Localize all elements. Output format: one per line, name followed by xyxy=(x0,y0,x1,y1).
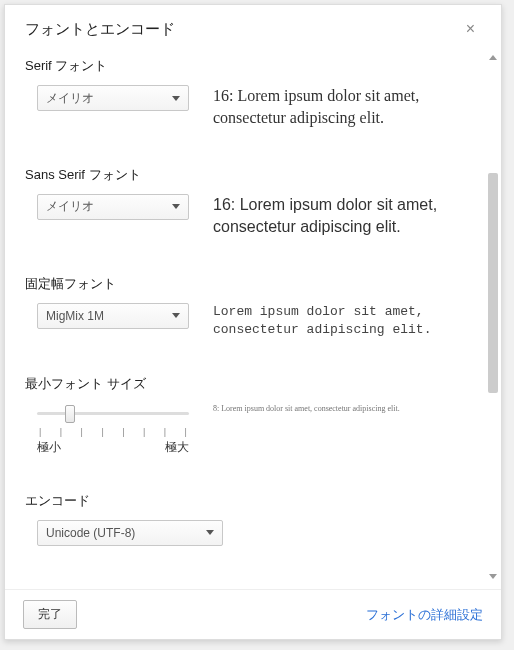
encoding-select[interactable]: Unicode (UTF-8) xyxy=(37,520,223,546)
min-font-size-section: 最小フォント サイズ |||||||| 極小 xyxy=(25,375,481,456)
sans-serif-section: Sans Serif フォント メイリオ 16: Lorem ipsum dol… xyxy=(25,166,481,239)
scrollbar-thumb[interactable] xyxy=(488,173,498,393)
scroll-down-icon[interactable] xyxy=(489,574,497,579)
min-font-size-slider[interactable] xyxy=(37,403,189,425)
slider-ticks: |||||||| xyxy=(37,427,189,437)
min-font-size-label: 最小フォント サイズ xyxy=(25,375,481,393)
chevron-down-icon xyxy=(172,204,180,209)
slider-rail xyxy=(37,412,189,415)
slider-thumb[interactable] xyxy=(65,405,75,423)
done-button[interactable]: 完了 xyxy=(23,600,77,629)
fonts-encoding-dialog: フォントとエンコード × Serif フォント メイリオ 16: Lorem i… xyxy=(4,4,502,640)
dialog-footer: 完了 フォントの詳細設定 xyxy=(5,589,501,639)
sans-serif-preview: 16: Lorem ipsum dolor sit amet, consecte… xyxy=(213,194,481,239)
monospace-font-select[interactable]: MigMix 1M xyxy=(37,303,189,329)
serif-label: Serif フォント xyxy=(25,57,481,75)
sans-serif-label: Sans Serif フォント xyxy=(25,166,481,184)
advanced-font-settings-link[interactable]: フォントの詳細設定 xyxy=(366,606,483,624)
encoding-section: エンコード Unicode (UTF-8) xyxy=(25,492,481,546)
min-font-size-preview: 8: Lorem ipsum dolor sit amet, consectet… xyxy=(213,403,481,414)
sans-serif-font-select[interactable]: メイリオ xyxy=(37,194,189,220)
serif-font-value: メイリオ xyxy=(46,90,94,107)
close-icon[interactable]: × xyxy=(460,19,481,39)
monospace-preview: Lorem ipsum dolor sit amet, consectetur … xyxy=(213,303,481,339)
sans-serif-font-value: メイリオ xyxy=(46,198,94,215)
chevron-down-icon xyxy=(172,96,180,101)
encoding-label: エンコード xyxy=(25,492,481,510)
chevron-down-icon xyxy=(206,530,214,535)
monospace-font-value: MigMix 1M xyxy=(46,309,104,323)
slider-labels: 極小 極大 xyxy=(37,439,189,456)
scroll-up-icon[interactable] xyxy=(489,55,497,60)
scrollbar[interactable] xyxy=(487,53,499,583)
dialog-body: Serif フォント メイリオ 16: Lorem ipsum dolor si… xyxy=(5,47,501,589)
slider-min-label: 極小 xyxy=(37,439,61,456)
chevron-down-icon xyxy=(172,313,180,318)
slider-max-label: 極大 xyxy=(165,439,189,456)
encoding-value: Unicode (UTF-8) xyxy=(46,526,135,540)
dialog-header: フォントとエンコード × xyxy=(5,5,501,47)
serif-section: Serif フォント メイリオ 16: Lorem ipsum dolor si… xyxy=(25,57,481,130)
monospace-label: 固定幅フォント xyxy=(25,275,481,293)
dialog-title: フォントとエンコード xyxy=(25,20,175,39)
serif-font-select[interactable]: メイリオ xyxy=(37,85,189,111)
monospace-section: 固定幅フォント MigMix 1M Lorem ipsum dolor sit … xyxy=(25,275,481,339)
serif-preview: 16: Lorem ipsum dolor sit amet, consecte… xyxy=(213,85,481,130)
